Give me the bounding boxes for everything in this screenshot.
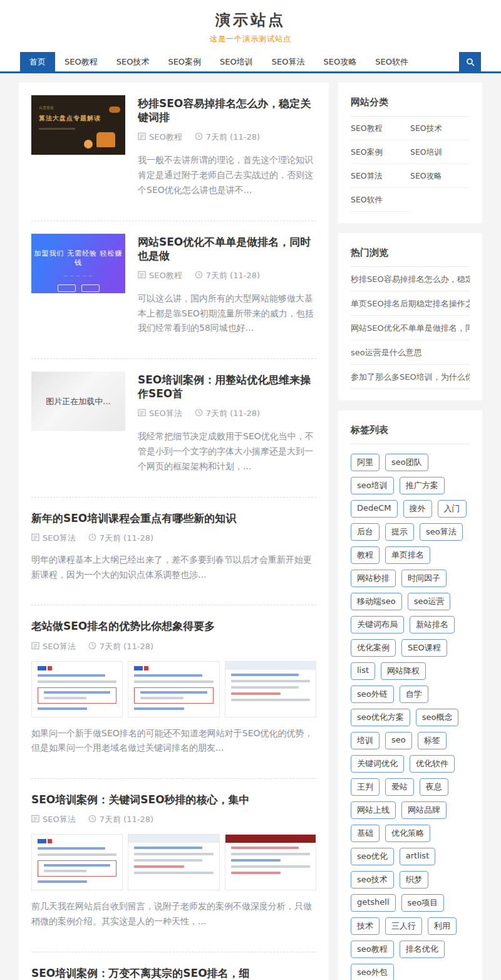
hot-item-4[interactable]: 参加了那么多SEO培训，为什么你还	[351, 365, 470, 389]
hot-item-2[interactable]: 网站SEO优化不单单是做排名，同时	[351, 316, 470, 340]
tag-11[interactable]: 单页排名	[385, 546, 430, 564]
tag-44[interactable]: 技术	[351, 917, 380, 935]
nav-item-3[interactable]: SEO案例	[158, 52, 210, 71]
article-title[interactable]: 秒排SEO容易掉排名怎么办，稳定关键词排	[138, 96, 316, 124]
tag-6[interactable]: 入门	[438, 500, 467, 518]
tag-26[interactable]: 培训	[351, 732, 380, 749]
sidebar-category-4[interactable]: SEO算法	[351, 164, 410, 188]
article-title[interactable]: SEO培训案例：万变不离其宗的SEO排名，细	[31, 966, 316, 980]
tag-43[interactable]: seo项目	[401, 894, 445, 912]
tag-34[interactable]: 网站上线	[351, 801, 396, 819]
screenshot-line	[231, 680, 310, 682]
panel-header	[128, 835, 219, 843]
tag-20[interactable]: list	[351, 662, 375, 680]
tag-49[interactable]: seo外包	[351, 964, 394, 980]
article-title[interactable]: 新年的SEO培训课程会重点有哪些新的知识	[31, 511, 316, 525]
tag-4[interactable]: DedeCM	[351, 500, 398, 518]
screenshot-line	[38, 880, 87, 883]
nav-item-5[interactable]: SEO算法	[262, 52, 314, 71]
tag-29[interactable]: 关键词优化	[351, 755, 404, 773]
tag-19[interactable]: SEO课程	[401, 639, 447, 657]
tag-37[interactable]: 优化策略	[385, 825, 430, 842]
tag-18[interactable]: 优化案例	[351, 639, 396, 657]
tag-36[interactable]: 基础	[351, 825, 380, 842]
tag-1[interactable]: seo团队	[385, 454, 428, 471]
tag-10[interactable]: 教程	[351, 546, 380, 564]
clock-icon	[195, 409, 203, 419]
tag-25[interactable]: seo概念	[416, 709, 459, 726]
nav-item-0[interactable]: 首页	[20, 52, 55, 71]
tag-14[interactable]: 移动端seo	[351, 593, 402, 610]
nav-item-1[interactable]: SEO教程	[55, 52, 107, 71]
nav-item-2[interactable]: SEO技术	[107, 52, 159, 71]
article-title[interactable]: SEO培训案例：关键词SEO秒排的核心，集中	[31, 793, 316, 806]
article-category[interactable]: SEO算法	[149, 408, 182, 419]
sidebar-category-2[interactable]: SEO案例	[351, 140, 410, 164]
nav-item-4[interactable]: SEO培训	[210, 52, 262, 71]
tag-30[interactable]: 优化软件	[410, 755, 455, 773]
tag-8[interactable]: 提示	[385, 523, 414, 541]
inline-screenshot-panel	[128, 834, 219, 890]
tag-40[interactable]: seo技术	[351, 871, 394, 889]
sidebar-category-3[interactable]: SEO培训	[410, 140, 470, 164]
tag-47[interactable]: seo教程	[351, 941, 394, 958]
article-title[interactable]: 老站做SEO排名的优势比你想象得要多	[31, 619, 316, 633]
tag-31[interactable]: 王判	[351, 778, 380, 796]
tag-16[interactable]: 关键词布局	[351, 616, 404, 633]
tag-48[interactable]: 排名优化	[400, 941, 445, 958]
tag-3[interactable]: 推广方案	[400, 477, 445, 494]
article-category[interactable]: SEO算法	[43, 641, 76, 652]
tag-17[interactable]: 新站排名	[410, 616, 455, 633]
tag-9[interactable]: seo算法	[420, 523, 463, 541]
nav-item-6[interactable]: SEO攻略	[314, 52, 366, 71]
article-title[interactable]: SEO培训案例：用整站优化思维来操作SEO首	[138, 373, 316, 400]
tag-22[interactable]: seo外链	[351, 685, 394, 703]
article-meta: SEO教程7天前 (11-28)	[138, 270, 316, 281]
tag-12[interactable]: 网站秒排	[351, 570, 396, 587]
tag-5[interactable]: 搜外	[403, 500, 432, 518]
sidebar-category-5[interactable]: SEO攻略	[410, 164, 470, 188]
article-thumbnail[interactable]: 百度搜索算法大盘点专题解读	[31, 95, 125, 155]
sidebar-category-0[interactable]: SEO教程	[351, 117, 410, 140]
tag-23[interactable]: 自学	[400, 685, 428, 703]
tag-45[interactable]: 三人行	[385, 917, 422, 935]
hot-item-3[interactable]: seo运营是什么意思	[351, 340, 470, 365]
article-time: 7天前 (11-28)	[206, 132, 260, 143]
tag-33[interactable]: 夜息	[420, 778, 448, 796]
tag-2[interactable]: seo培训	[351, 477, 394, 494]
article-thumbnail[interactable]: 加盟我们 无需经验 轻松赚钱— — — — —	[31, 234, 125, 293]
thumb-illustration	[109, 107, 120, 113]
tag-0[interactable]: 阿里	[351, 454, 380, 471]
tag-41[interactable]: 织梦	[400, 871, 428, 889]
screenshot-line	[44, 864, 110, 867]
tag-7[interactable]: 后台	[351, 523, 380, 541]
tag-35[interactable]: 网站品牌	[401, 801, 447, 819]
sidebar-category-1[interactable]: SEO技术	[410, 117, 470, 140]
sidebar-category-6[interactable]: SEO软件	[351, 188, 410, 212]
article-category[interactable]: SEO算法	[43, 814, 76, 825]
tag-42[interactable]: getshell	[351, 894, 396, 912]
article-category-wrap: SEO教程	[138, 132, 182, 143]
tag-24[interactable]: seo优化方案	[351, 709, 410, 726]
tag-32[interactable]: 爱站	[385, 778, 414, 796]
tag-15[interactable]: seo运营	[408, 593, 451, 610]
tag-46[interactable]: 利用	[428, 917, 457, 935]
nav-item-7[interactable]: SEO软件	[366, 52, 418, 71]
hot-item-1[interactable]: 单页SEO排名后期稳定排名操作之长	[351, 291, 470, 316]
tag-21[interactable]: 网站降权	[381, 662, 426, 680]
tag-13[interactable]: 时间因子	[401, 570, 447, 587]
article-category[interactable]: SEO教程	[149, 270, 182, 281]
tag-27[interactable]: seo	[385, 732, 412, 749]
tag-39[interactable]: artlist	[400, 848, 436, 865]
article-category[interactable]: SEO算法	[43, 533, 76, 544]
article-thumbnail[interactable]: 图片正在加载中...	[31, 372, 125, 431]
tag-28[interactable]: 标签	[418, 732, 447, 749]
hot-item-0[interactable]: 秒排SEO容易掉排名怎么办，稳定关	[351, 267, 470, 291]
article-title[interactable]: 网站SEO优化不单单是做排名，同时也是做	[138, 235, 316, 263]
article-time-wrap: 7天前 (11-28)	[195, 270, 260, 281]
article-time-wrap: 7天前 (11-28)	[88, 641, 153, 652]
baidu-logo-mark	[38, 839, 116, 843]
article-category[interactable]: SEO教程	[149, 132, 182, 143]
search-button[interactable]	[459, 52, 481, 71]
tag-38[interactable]: seo优化	[351, 848, 394, 865]
